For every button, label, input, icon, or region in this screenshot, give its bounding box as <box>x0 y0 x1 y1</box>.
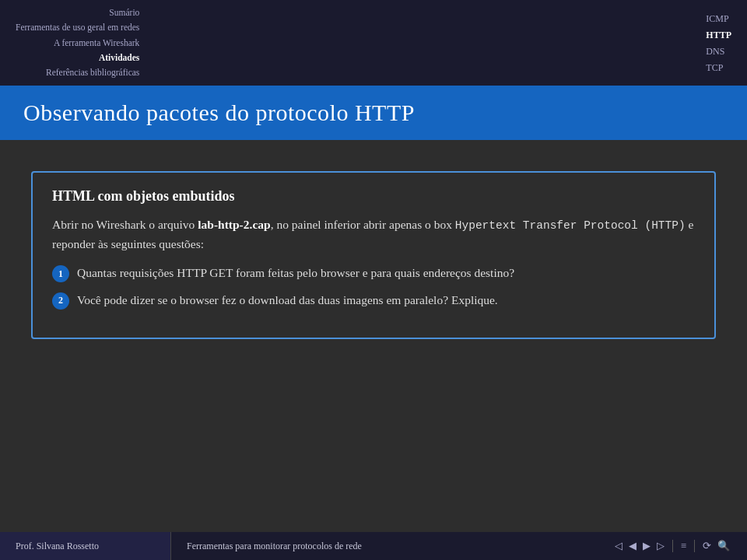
nav-left-links: Sumário Ferramentas de uso geral em rede… <box>16 6 139 79</box>
question-number-1: 1 <box>52 265 69 282</box>
nav-link-referencias[interactable]: Referências bibliográficas <box>46 66 139 79</box>
questions-list: 1 Quantas requisições HTTP GET foram fei… <box>52 264 695 310</box>
nav-icon-left[interactable]: ◁ <box>613 540 624 552</box>
nav-item-dns[interactable]: DNS <box>706 44 724 58</box>
content-box: HTML com objetos embutidos Abrir no Wire… <box>31 171 716 339</box>
nav-item-tcp[interactable]: TCP <box>706 61 723 75</box>
nav-link-atividades[interactable]: Atividades <box>99 51 139 65</box>
intro-text-1: Abrir no Wireshark o arquivo <box>52 218 198 231</box>
nav-link-ferramentas[interactable]: Ferramentas de uso geral em redes <box>16 21 139 34</box>
nav-item-icmp[interactable]: ICMP <box>706 12 728 26</box>
content-heading: HTML com objetos embutidos <box>52 188 695 205</box>
footer-nav-icons: ◁ ◀ ▶ ▷ ≡ ⟳ 🔍 <box>613 540 731 552</box>
footer-course: Ferramentas para monitorar protocolos de… <box>187 541 362 552</box>
nav-icon-left2[interactable]: ◀ <box>627 540 638 552</box>
list-item: 2 Você pode dizer se o browser fez o dow… <box>52 291 695 310</box>
page-title: Observando pacotes do protocolo HTTP <box>23 100 724 126</box>
question-text-2: Você pode dizer se o browser fez o downl… <box>77 291 695 310</box>
nav-icon-search[interactable]: ⟳ <box>701 540 713 552</box>
title-bar: Observando pacotes do protocolo HTTP <box>0 86 747 140</box>
footer-left: Prof. Silvana Rossetto <box>0 532 171 560</box>
divider <box>672 540 673 552</box>
footer: Prof. Silvana Rossetto Ferramentas para … <box>0 532 747 560</box>
footer-author: Prof. Silvana Rossetto <box>16 541 99 552</box>
question-number-2: 2 <box>52 292 69 310</box>
list-item: 1 Quantas requisições HTTP GET foram fei… <box>52 264 695 283</box>
question-text-1: Quantas requisições HTTP GET foram feita… <box>77 264 695 283</box>
content-intro: Abrir no Wireshark o arquivo lab-http-2.… <box>52 215 695 254</box>
nav-link-sumario[interactable]: Sumário <box>109 6 139 19</box>
footer-right: Ferramentas para monitorar protocolos de… <box>171 540 747 552</box>
main-content: HTML com objetos embutidos Abrir no Wire… <box>0 140 747 362</box>
nav-item-http[interactable]: HTTP <box>706 28 731 42</box>
nav-icon-right2[interactable]: ▶ <box>641 540 652 552</box>
top-navigation: Sumário Ferramentas de uso geral em rede… <box>0 0 747 86</box>
nav-icon-zoom[interactable]: 🔍 <box>716 540 731 552</box>
intro-text-2: , no painel inferior abrir apenas o box <box>271 218 455 231</box>
divider2 <box>694 540 695 552</box>
intro-code: Hypertext Transfer Protocol (HTTP) <box>455 219 686 232</box>
nav-icon-right[interactable]: ▷ <box>655 540 666 552</box>
intro-bold: lab-http-2.cap <box>198 218 270 231</box>
nav-right-items: ICMP HTTP DNS TCP <box>690 6 731 79</box>
nav-icon-list[interactable]: ≡ <box>679 540 688 552</box>
nav-link-wireshark[interactable]: A ferramenta Wireshark <box>54 37 139 50</box>
